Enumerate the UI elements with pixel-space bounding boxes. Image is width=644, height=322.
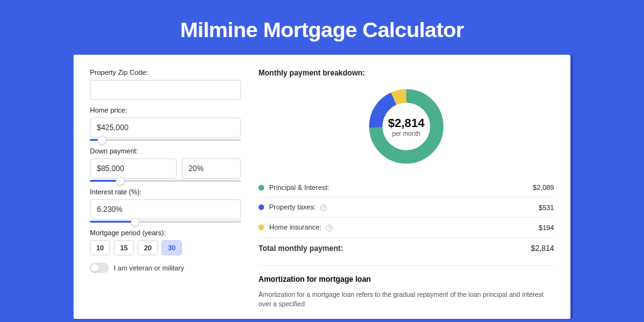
legend-row-total: Total monthly payment: $2,814 [258, 238, 554, 262]
dot-icon [258, 225, 264, 230]
zip-label: Property Zip Code: [90, 69, 241, 76]
down-slider[interactable] [90, 180, 241, 182]
total-label: Total monthly payment: [258, 244, 531, 253]
legend-value: $2,089 [533, 184, 554, 191]
rate-label: Interest rate (%): [90, 188, 241, 196]
rate-field: Interest rate (%): [90, 188, 241, 223]
amortization-section: Amortization for mortgage loan Amortizat… [258, 265, 554, 308]
period-buttons: 10 15 20 30 [90, 240, 241, 255]
breakdown-legend: Principal & Interest: $2,089 Property ta… [258, 178, 554, 262]
info-icon[interactable]: ? [326, 225, 333, 231]
legend-row-insurance: Home insurance: ? $194 [258, 218, 554, 238]
inputs-panel: Property Zip Code: Home price: Down paym… [90, 69, 241, 319]
legend-row-taxes: Property taxes: ? $531 [258, 197, 554, 218]
price-label: Home price: [90, 106, 241, 114]
period-option-10[interactable]: 10 [90, 240, 110, 255]
veteran-row: I am veteran or military [90, 263, 241, 273]
price-slider[interactable] [90, 139, 241, 141]
rate-slider[interactable] [90, 221, 241, 223]
period-field: Mortgage period (years): 10 15 20 30 [90, 229, 241, 255]
total-value: $2,814 [531, 244, 554, 253]
price-input[interactable] [90, 118, 241, 138]
price-field: Home price: [90, 106, 241, 141]
info-icon[interactable]: ? [320, 204, 327, 211]
period-label: Mortgage period (years): [90, 229, 241, 236]
donut-sub: per month [392, 130, 420, 137]
amort-title: Amortization for mortgage loan [258, 275, 554, 284]
rate-input[interactable] [90, 199, 241, 219]
zip-field: Property Zip Code: [90, 69, 241, 100]
dot-icon [258, 185, 264, 191]
amort-text: Amortization for a mortgage loan refers … [258, 290, 554, 308]
zip-input[interactable] [90, 80, 241, 100]
down-amount-input[interactable] [90, 158, 177, 179]
period-option-30[interactable]: 30 [162, 240, 182, 255]
down-label: Down payment: [90, 147, 241, 155]
down-field: Down payment: [90, 147, 241, 182]
legend-value: $531 [539, 204, 554, 211]
legend-value: $194 [539, 224, 554, 231]
donut-amount: $2,814 [388, 116, 425, 130]
down-pct-input[interactable] [182, 158, 241, 179]
breakdown-donut-chart: $2,814 per month [366, 86, 447, 167]
legend-label: Property taxes: ? [269, 203, 539, 211]
legend-label: Home insurance: ? [269, 223, 539, 231]
dot-icon [258, 204, 264, 210]
period-option-15[interactable]: 15 [114, 240, 134, 255]
veteran-label: I am veteran or military [114, 264, 184, 272]
page-title: Milmine Mortgage Calculator [0, 0, 644, 55]
breakdown-panel: Monthly payment breakdown: $2,814 per mo… [258, 69, 554, 319]
legend-row-principal: Principal & Interest: $2,089 [258, 178, 554, 197]
period-option-20[interactable]: 20 [138, 240, 158, 255]
breakdown-title: Monthly payment breakdown: [258, 69, 554, 77]
veteran-toggle[interactable] [90, 263, 109, 273]
calculator-card: Property Zip Code: Home price: Down paym… [74, 55, 570, 319]
legend-label: Principal & Interest: [269, 184, 533, 191]
